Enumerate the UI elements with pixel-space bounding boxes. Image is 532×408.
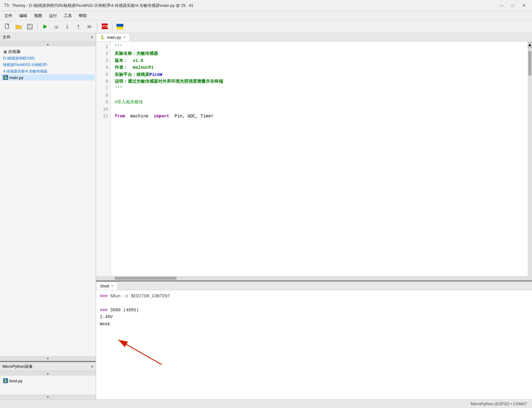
scroll-down-button[interactable]: ▼ [0, 356, 96, 361]
main-py-item[interactable]: 🐍 main.py [1, 74, 95, 81]
toolbar-separator-1 [37, 23, 37, 30]
svg-marker-11 [88, 25, 90, 29]
debug-over-button[interactable] [51, 22, 61, 31]
shell-cmd-1: %Run -c $EDITOR_CONTENT [110, 294, 170, 299]
shell-output-weak: Weak [100, 322, 110, 327]
stop-button[interactable]: STOP [100, 22, 110, 31]
resume-button[interactable] [85, 22, 95, 31]
prompt-2: >>> [100, 308, 110, 313]
debug-out-icon [75, 24, 81, 30]
scroll-up-button[interactable]: ▲ [0, 42, 96, 46]
ukraine-flag-button[interactable] [115, 22, 125, 31]
shell-tab[interactable]: Shell ✕ [96, 282, 118, 290]
micropython-panel-header: MicroPython设备 ≡ [0, 362, 96, 371]
svg-marker-5 [56, 27, 59, 28]
micropython-scroll-up[interactable]: ▲ [0, 371, 96, 376]
scrollbar-up-arrow[interactable]: ▲ [528, 42, 532, 48]
open-icon [15, 24, 22, 30]
svg-rect-15 [117, 24, 123, 27]
maximize-button[interactable]: □ [508, 2, 517, 9]
code-line-10 [115, 106, 524, 113]
path2[interactable]: 核桃派PicoW\02-示例程序\ [1, 62, 95, 68]
save-button[interactable] [25, 22, 35, 31]
path3[interactable]: 4.传感器实验\4.光敏传感器 [1, 68, 95, 75]
resume-icon [86, 24, 93, 30]
micropython-hamburger-icon[interactable]: ≡ [91, 364, 93, 369]
this-pc-item[interactable]: 🖥 此电脑 [1, 48, 95, 55]
red-arrow-svg [100, 334, 193, 371]
left-panel: 文件 ≡ ▲ 🖥 此电脑 D:\核桃派例程代码\ 核桃派PicoW\02-示例程… [0, 33, 96, 399]
boot-py-item[interactable]: 🐍 boot.py [1, 378, 95, 384]
boot-python-icon: 🐍 [3, 378, 8, 383]
menu-view[interactable]: 视图 [31, 12, 45, 20]
main-layout: 文件 ≡ ▲ 🖥 此电脑 D:\核桃派例程代码\ 核桃派PicoW\02-示例程… [0, 33, 532, 399]
open-button[interactable] [14, 22, 24, 31]
micropython-panel-title: MicroPython设备 [2, 364, 33, 369]
svg-marker-12 [90, 25, 91, 29]
shell-line-3: 2.48V [100, 314, 528, 320]
code-line-9: #导入相关模块 [115, 99, 524, 106]
prompt-1: >>> [100, 294, 110, 299]
menu-help[interactable]: 帮助 [76, 12, 90, 20]
micropython-section: MicroPython设备 ≡ ▲ 🐍 boot.py ▼ [0, 362, 96, 399]
shell-output-1: 3080 (4095) [110, 308, 139, 313]
shell-line-1: >>> %Run -c $EDITOR_CONTENT [100, 293, 528, 300]
scrollbar-thumb[interactable] [528, 51, 531, 76]
close-button[interactable]: ✕ [520, 2, 528, 9]
menu-tools[interactable]: 工具 [61, 12, 75, 20]
code-line-3: 版本： v1.0 [115, 57, 524, 64]
window-controls: — □ ✕ [497, 2, 528, 9]
svg-rect-16 [117, 27, 123, 29]
svg-marker-8 [66, 27, 68, 29]
menu-run[interactable]: 运行 [46, 12, 60, 20]
shell-tab-label: Shell [100, 284, 109, 288]
shell-line-2: >>> 3080 (4095) [100, 307, 528, 314]
shell-line-4: Weak [100, 321, 528, 327]
shell-blank-1 [100, 300, 528, 306]
code-line-6: 说明：通过光敏传感器对外界环境光照强度测量并在终端 [115, 78, 524, 85]
stop-icon: STOP [101, 23, 108, 30]
new-button[interactable] [2, 22, 12, 31]
hscroll-thumb[interactable] [115, 277, 177, 280]
editor-scrollbar[interactable]: ▲ [528, 42, 532, 276]
run-button[interactable] [40, 22, 50, 31]
shell-tab-bar: Shell ✕ [96, 282, 532, 290]
computer-icon: 🖥 [3, 50, 7, 54]
python-file-icon: 🐍 [3, 75, 8, 80]
shell-content[interactable]: >>> %Run -c $EDITOR_CONTENT >>> 3080 (40… [96, 290, 532, 399]
code-line-7: ''' [115, 85, 524, 92]
editor-hscroll[interactable] [96, 276, 532, 280]
micropython-scroll-down[interactable]: ▼ [0, 394, 96, 399]
path1[interactable]: D:\核桃派例程代码\ [1, 55, 95, 62]
file-section: 文件 ≡ ▲ 🖥 此电脑 D:\核桃派例程代码\ 核桃派PicoW\02-示例程… [0, 33, 96, 362]
micropython-panel-icons: ≡ [91, 364, 93, 369]
minimize-button[interactable]: — [497, 2, 506, 9]
code-line-8 [115, 92, 524, 99]
menu-file[interactable]: 文件 [1, 12, 15, 20]
editor-tab-bar: 🐍 main.py ✕ [96, 33, 532, 42]
svg-marker-10 [77, 24, 80, 26]
hamburger-icon[interactable]: ≡ [91, 35, 93, 40]
editor-tab-main-py[interactable]: 🐍 main.py ✕ [96, 33, 130, 41]
code-area[interactable]: ''' 实验名称：光敏传感器 版本： v1.0 作者： WalnutPi 实验平… [111, 42, 528, 276]
svg-text:STOP: STOP [101, 24, 108, 28]
code-line-1: ''' [115, 43, 524, 50]
statusbar: MicroPython (ESP32) • COM27 [0, 399, 532, 408]
menubar: 文件 编辑 视图 运行 工具 帮助 [0, 11, 532, 20]
svg-line-18 [118, 340, 162, 365]
debug-out-button[interactable] [73, 22, 83, 31]
shell-tab-close[interactable]: ✕ [111, 284, 114, 288]
tab-close-button[interactable]: ✕ [123, 35, 126, 39]
menu-edit[interactable]: 编辑 [16, 12, 30, 20]
arrow-annotation [100, 334, 528, 373]
window-title: Thonny - D:\核桃派例程代码\核桃派PicoW\02-示例程序\4.传… [12, 3, 497, 8]
ukraine-flag-icon [117, 24, 123, 29]
new-icon [4, 24, 11, 30]
code-line-11: from machine import Pin, ADC, Timer [115, 113, 524, 120]
svg-rect-3 [28, 27, 32, 29]
save-icon [27, 24, 33, 30]
editor-area: 🐍 main.py ✕ 12345 678910 11 ''' 实验名称：光敏传… [96, 33, 532, 282]
debug-into-button[interactable] [62, 22, 72, 31]
toolbar: STOP [0, 20, 532, 33]
editor-content[interactable]: 12345 678910 11 ''' 实验名称：光敏传感器 版本： v1.0 … [96, 42, 532, 276]
